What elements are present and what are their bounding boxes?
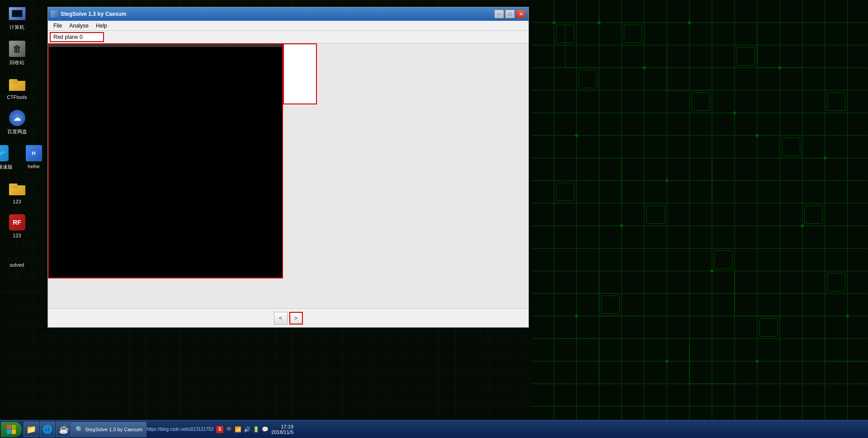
menu-file[interactable]: File (50, 22, 66, 30)
app-taskbar-icon: 🔍 (75, 426, 83, 433)
svg-point-59 (846, 315, 849, 317)
desktop-icon-folder123[interactable]: 123 (1, 179, 33, 204)
svg-point-57 (711, 269, 713, 272)
start-button[interactable] (1, 422, 22, 437)
desktop-icon-rf123-label: 123 (13, 233, 21, 238)
taskbar-time: 17:19 (271, 424, 293, 429)
title-bar-content: StegSolve 1.3 by Caesum (51, 10, 126, 18)
app-icon (51, 10, 58, 18)
desktop-icon-baidu-label: 百度网盘 (7, 128, 27, 135)
battery-icon[interactable]: 🔋 (252, 426, 259, 433)
app-window: StegSolve 1.3 by Caesum − □ ✕ File Analy… (47, 7, 529, 328)
active-app-label: StegSolve 1.3 by Caesum (85, 427, 142, 432)
taskbar-active-app[interactable]: 🔍 StegSolve 1.3 by Caesum (71, 422, 146, 437)
taskbar-date: 2018/11/5 (271, 429, 293, 435)
svg-point-49 (688, 21, 691, 24)
plane-label: Red plane 0 (50, 32, 104, 42)
main-content (48, 43, 528, 308)
svg-rect-42 (805, 206, 823, 224)
title-bar[interactable]: StegSolve 1.3 by Caesum − □ ✕ (48, 7, 528, 21)
website-url: https://blog.csdn.net/u013121753 (146, 427, 213, 432)
desktop-icon-folder123-label: 123 (13, 199, 21, 204)
windows-logo-icon (7, 425, 16, 434)
svg-rect-34 (624, 25, 642, 43)
svg-point-60 (575, 315, 578, 317)
desktop: 计算机 🗑 回收站 CTFtools ☁ 百度网盘 (0, 0, 868, 438)
svg-point-61 (665, 360, 668, 363)
noise-top (49, 44, 282, 47)
svg-rect-45 (827, 273, 845, 291)
svg-rect-35 (692, 93, 710, 111)
menu-bar: File Analyse Help (48, 21, 528, 31)
desktop-icon-computer[interactable]: 计算机 (1, 5, 33, 31)
desktop-icon-solved-label: solved (10, 262, 24, 268)
svg-point-58 (801, 224, 804, 227)
svg-rect-37 (782, 138, 800, 156)
maximize-button[interactable]: □ (505, 9, 515, 19)
ime-icon[interactable]: 中 (225, 426, 232, 433)
minimize-button[interactable]: − (494, 9, 504, 19)
desktop-icon-ctftools[interactable]: CTFtools (1, 75, 33, 100)
svg-point-53 (575, 134, 578, 137)
menu-analyse[interactable]: Analyse (66, 22, 92, 30)
image-display (48, 43, 283, 278)
volume-icon[interactable]: 🔊 (243, 426, 250, 433)
desktop-icon-ctftools-label: CTFtools (7, 94, 27, 100)
svg-point-50 (733, 112, 736, 114)
chrome-taskbar-icon: 🌐 (42, 424, 52, 434)
menu-help[interactable]: Help (92, 22, 111, 30)
network-icon[interactable]: 📶 (234, 426, 241, 433)
svg-rect-43 (601, 296, 619, 314)
svg-rect-40 (646, 206, 665, 224)
message-icon[interactable]: 💬 (261, 426, 269, 433)
svg-point-47 (598, 21, 600, 24)
desktop-icon-heihe-label: heihe (28, 164, 40, 169)
svg-rect-39 (556, 183, 574, 201)
svg-rect-33 (579, 70, 597, 88)
label-bar: Red plane 0 (48, 31, 528, 43)
desktop-icon-baidu[interactable]: ☁ 百度网盘 (1, 109, 33, 135)
svg-rect-41 (714, 250, 732, 268)
input-method-icon[interactable]: S (216, 426, 223, 433)
svg-point-48 (643, 66, 646, 69)
navigation-bar: < > (48, 308, 528, 327)
side-panel (283, 43, 317, 104)
desktop-icon-solved[interactable]: solved (1, 247, 33, 268)
desktop-icon-heihe[interactable]: H heihe (18, 144, 50, 169)
desktop-icon-recycle[interactable]: 🗑 回收站 (1, 40, 33, 66)
svg-point-56 (620, 224, 623, 227)
svg-rect-36 (737, 47, 755, 66)
java-taskbar-icon: ☕ (59, 424, 69, 434)
next-button[interactable]: > (289, 312, 303, 325)
prev-button[interactable]: < (274, 312, 288, 325)
desktop-icon-recycle-label: 回收站 (9, 59, 24, 66)
svg-point-55 (756, 134, 759, 137)
window-title: StegSolve 1.3 by Caesum (61, 11, 126, 17)
svg-rect-38 (827, 93, 845, 111)
folder-taskbar-icon: 📁 (26, 424, 36, 434)
taskbar-clock: 17:19 2018/11/5 (271, 424, 293, 435)
taskbar-chrome-button[interactable]: 🌐 (40, 422, 55, 437)
taskbar: 📁 🌐 ☕ 🔍 StegSolve 1.3 by Caesum https://… (0, 420, 868, 438)
taskbar-java-button[interactable]: ☕ (56, 422, 71, 437)
desktop-icon-computer-label: 计算机 (9, 24, 24, 31)
title-bar-buttons: − □ ✕ (494, 9, 526, 19)
close-button[interactable]: ✕ (516, 9, 526, 19)
svg-point-54 (665, 179, 668, 182)
svg-point-46 (552, 21, 555, 24)
svg-rect-44 (760, 318, 778, 336)
systray-icons: S 中 📶 🔊 🔋 💬 (216, 426, 269, 433)
desktop-icon-xunlei-label: 迅雷极速版 (0, 164, 13, 170)
taskbar-explorer-button[interactable]: 📁 (24, 422, 39, 437)
taskbar-systray: https://blog.csdn.net/u013121753 S 中 📶 🔊… (146, 424, 297, 435)
desktop-icon-list: 计算机 🗑 回收站 CTFtools ☁ 百度网盘 (0, 0, 34, 268)
circuit-background (531, 0, 868, 420)
desktop-icon-rf123[interactable]: RF 123 (1, 213, 33, 238)
svg-point-62 (756, 360, 759, 363)
desktop-icon-xunlei[interactable]: 🐦 迅雷极速版 (0, 144, 16, 170)
